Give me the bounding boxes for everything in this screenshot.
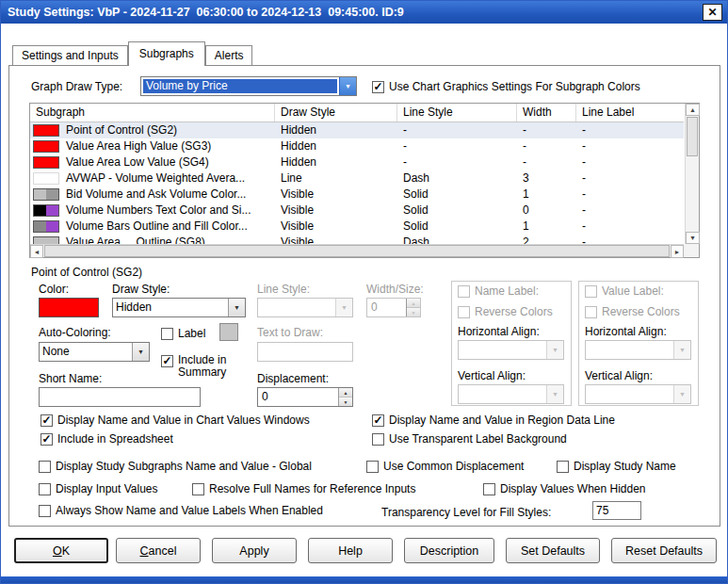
checkmark-icon: ✓ xyxy=(41,415,51,426)
label-color-button[interactable] xyxy=(219,323,238,341)
spin-up-icon[interactable]: ▲ xyxy=(339,388,352,397)
subgraph-color-swatch[interactable] xyxy=(33,204,59,217)
short-name-input[interactable] xyxy=(39,387,201,407)
subgraph-name: AVWAP - Volume Weighted Avera... xyxy=(66,170,245,187)
line-label-cell: - xyxy=(576,219,684,235)
value-vertical-align-label: Vertical Align: xyxy=(585,369,653,382)
checkbox-label: Use Chart Graphics Settings For Subgraph… xyxy=(389,80,640,93)
tab-alerts[interactable]: Alerts xyxy=(205,45,253,65)
tab-subgraphs[interactable]: Subgraphs xyxy=(128,41,205,66)
checkbox-display-values-when-hidden[interactable]: ✓ Display Values When Hidden xyxy=(483,482,646,495)
text-to-draw-label: Text to Draw: xyxy=(257,326,323,339)
checkbox-label: Display Name and Value in Region Data Li… xyxy=(389,414,615,427)
checkbox-display-region-data[interactable]: ✓ Display Name and Value in Region Data … xyxy=(372,414,615,427)
button-label: Cancel xyxy=(140,544,177,558)
auto-coloring-combo[interactable]: None ▼ xyxy=(39,342,150,362)
subgraph-color-swatch[interactable] xyxy=(33,220,59,233)
value-horizontal-align-combo: ▼ xyxy=(585,340,691,360)
subgraph-color-swatch[interactable] xyxy=(33,172,59,185)
checkbox-display-input-values[interactable]: ✓ Display Input Values xyxy=(39,482,158,495)
checkbox-box: ✓ xyxy=(192,483,204,495)
vertical-scroll-track[interactable] xyxy=(686,157,699,232)
checkbox-subgraphs-global[interactable]: ✓ Display Study Subgraphs Name and Value… xyxy=(39,460,312,473)
scroll-up-button[interactable]: ▲ xyxy=(686,104,700,116)
line-style-cell: Solid xyxy=(397,187,517,203)
checkbox-label: Display Name and Value in Chart Values W… xyxy=(57,414,310,427)
vertical-scroll-thumb[interactable] xyxy=(687,117,698,156)
line-label-cell: - xyxy=(576,187,684,203)
draw-style-cell: Hidden xyxy=(275,122,397,138)
table-row[interactable]: Value Area High Value (SG3) Hidden - - - xyxy=(30,138,684,154)
line-label-cell: - xyxy=(576,122,684,138)
cancel-button[interactable]: Cancel xyxy=(116,538,201,563)
checkbox-always-show-labels[interactable]: ✓ Always Show Name and Value Labels When… xyxy=(39,504,323,517)
checkbox-use-chart-graphics[interactable]: ✓ Use Chart Graphics Settings For Subgra… xyxy=(372,80,640,93)
title-bar[interactable]: Study Settings: VbP - 2024-11-27 06:30:0… xyxy=(1,1,727,24)
table-row[interactable]: Value Area Low Value (SG4) Hidden - - - xyxy=(30,154,684,170)
chevron-down-icon: ▼ xyxy=(138,349,144,355)
scroll-down-button[interactable]: ▼ xyxy=(686,232,700,244)
checkbox-include-in-spreadsheet[interactable]: ✓ Include in Spreadsheet xyxy=(40,432,173,446)
checkbox-transparent-label-background[interactable]: ✓ Use Transparent Label Background xyxy=(372,432,567,446)
subgraph-color-button[interactable] xyxy=(39,298,99,317)
checkbox-display-study-name[interactable]: ✓ Display Study Name xyxy=(557,460,676,473)
scroll-left-button[interactable]: ◄ xyxy=(30,245,43,258)
table-header: Subgraph Draw Style Line Style Width Lin… xyxy=(30,104,684,122)
table-row[interactable]: Volume Bars Outline and Fill Color... Vi… xyxy=(30,219,684,235)
checkbox-value-label: ✓ Value Label: xyxy=(585,284,664,298)
name-horizontal-align-combo: ▼ xyxy=(458,340,564,360)
tab-settings-and-inputs[interactable]: Settings and Inputs xyxy=(12,45,128,65)
dropdown-button: ▼ xyxy=(546,341,563,359)
dropdown-button[interactable]: ▼ xyxy=(339,77,356,95)
line-label-cell: - xyxy=(576,170,684,187)
value-vertical-align-combo: ▼ xyxy=(585,384,691,404)
width-cell: - xyxy=(517,154,576,170)
subgraph-color-swatch[interactable] xyxy=(33,188,59,201)
scroll-right-button[interactable]: ► xyxy=(671,245,684,258)
checkbox-box: ✓ xyxy=(557,461,569,473)
subgraph-color-swatch[interactable] xyxy=(33,140,59,153)
subgraph-color-swatch[interactable] xyxy=(33,156,59,169)
horizontal-scrollbar[interactable]: ◄ ► xyxy=(30,244,684,257)
chevron-down-icon: ▼ xyxy=(679,391,686,397)
name-vertical-align-value xyxy=(459,385,546,403)
checkbox-common-displacement[interactable]: ✓ Use Common Displacement xyxy=(366,460,524,473)
draw-style-combo[interactable]: Hidden ▼ xyxy=(112,298,246,317)
table-row[interactable]: Point of Control (SG2) Hidden - - - xyxy=(30,122,684,138)
vertical-scrollbar[interactable]: ▲ ▼ xyxy=(685,104,699,244)
description-button[interactable]: Description xyxy=(404,538,494,563)
transparency-level-input[interactable] xyxy=(592,501,641,520)
checkbox-label: Include in Spreadsheet xyxy=(57,432,173,446)
checkbox-include-in-summary[interactable]: ✓ Include in Summary xyxy=(161,354,251,379)
line-style-value xyxy=(258,299,335,316)
close-button[interactable]: ✕ xyxy=(703,4,722,21)
spin-down-icon[interactable]: ▼ xyxy=(339,397,352,406)
checkbox-box: ✓ xyxy=(39,461,51,473)
apply-button[interactable]: Apply xyxy=(212,538,297,563)
column-header-subgraph: Subgraph xyxy=(30,104,275,122)
line-style-cell: - xyxy=(397,122,517,138)
checkbox-label: Include in Summary xyxy=(178,354,251,379)
line-label-cell: - xyxy=(576,154,684,170)
help-button[interactable]: Help xyxy=(308,538,393,563)
dropdown-button[interactable]: ▼ xyxy=(132,343,149,361)
subgraph-color-swatch[interactable] xyxy=(33,124,59,137)
draw-style-cell: Visible xyxy=(275,187,397,203)
displacement-spinner[interactable]: 0 ▲▼ xyxy=(257,387,353,407)
table-row[interactable]: Volume Numbers Text Color and Si... Visi… xyxy=(30,203,684,219)
width-size-spinner: 0 ▲▼ xyxy=(366,298,421,317)
ok-button[interactable]: OK xyxy=(14,538,108,563)
checkbox-label-option[interactable]: ✓ Label xyxy=(161,327,205,340)
reset-defaults-button[interactable]: Reset Defaults xyxy=(611,538,717,563)
checkbox-display-chart-values[interactable]: ✓ Display Name and Value in Chart Values… xyxy=(40,414,310,427)
checkbox-resolve-full-names[interactable]: ✓ Resolve Full Names for Reference Input… xyxy=(192,482,415,495)
table-row[interactable]: Bid Volume and Ask Volume Color... Visib… xyxy=(30,187,684,203)
horizontal-scroll-thumb[interactable] xyxy=(44,245,670,257)
checkbox-label: Reverse Colors xyxy=(475,305,553,318)
text-to-draw-input xyxy=(257,342,353,362)
dropdown-button[interactable]: ▼ xyxy=(228,299,245,316)
table-row[interactable]: AVWAP - Volume Weighted Avera... Line Da… xyxy=(30,170,684,187)
tab-strip: Settings and Inputs Subgraphs Alerts xyxy=(12,42,252,66)
graph-draw-type-combo[interactable]: Volume by Price ▼ xyxy=(140,76,357,96)
set-defaults-button[interactable]: Set Defaults xyxy=(506,538,600,563)
